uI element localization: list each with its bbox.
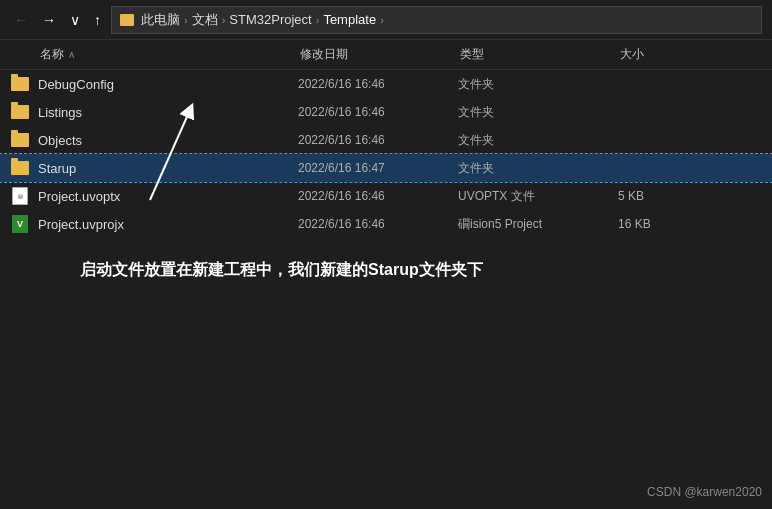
file-date: 2022/6/16 16:46: [298, 189, 458, 203]
file-date: 2022/6/16 16:46: [298, 77, 458, 91]
file-name: Objects: [38, 133, 298, 148]
watermark: CSDN @karwen2020: [647, 485, 762, 499]
title-bar: ← → ∨ ↑ 此电脑 › 文档 › STM32Project › Templa…: [0, 0, 772, 40]
file-size: 16 KB: [618, 217, 698, 231]
breadcrumb-doc[interactable]: 文档: [192, 11, 218, 29]
sep2: ›: [222, 14, 226, 26]
breadcrumb[interactable]: 此电脑 › 文档 › STM32Project › Template ›: [111, 6, 762, 34]
file-type: 礀ision5 Project: [458, 216, 618, 233]
column-headers[interactable]: 名称 ∧ 修改日期 类型 大小: [0, 40, 772, 70]
breadcrumb-project[interactable]: STM32Project: [229, 12, 311, 27]
file-date: 2022/6/16 16:46: [298, 133, 458, 147]
file-name: Project.uvprojx: [38, 217, 298, 232]
table-row[interactable]: Objects2022/6/16 16:46文件夹: [0, 126, 772, 154]
dropdown-button[interactable]: ∨: [66, 10, 84, 30]
file-size: 5 KB: [618, 189, 698, 203]
folder-icon: [11, 133, 29, 147]
table-row[interactable]: Starup2022/6/16 16:47文件夹: [0, 154, 772, 182]
annotation-text: 启动文件放置在新建工程中，我们新建的Starup文件夹下: [80, 260, 483, 281]
sep4: ›: [380, 14, 384, 26]
file-date: 2022/6/16 16:47: [298, 161, 458, 175]
table-row[interactable]: Project.uvprojx2022/6/16 16:46礀ision5 Pr…: [0, 210, 772, 238]
file-name: DebugConfig: [38, 77, 298, 92]
file-type: 文件夹: [458, 132, 618, 149]
uvprojx-icon: [12, 215, 28, 233]
file-type: 文件夹: [458, 104, 618, 121]
folder-icon: [11, 77, 29, 91]
col-header-date[interactable]: 修改日期: [300, 46, 460, 63]
forward-button[interactable]: →: [38, 10, 60, 30]
file-type: 文件夹: [458, 76, 618, 93]
folder-icon: [11, 105, 29, 119]
file-date: 2022/6/16 16:46: [298, 105, 458, 119]
sep1: ›: [184, 14, 188, 26]
sep3: ›: [316, 14, 320, 26]
file-list: DebugConfig2022/6/16 16:46文件夹Listings202…: [0, 70, 772, 238]
table-row[interactable]: DebugConfig2022/6/16 16:46文件夹: [0, 70, 772, 98]
table-row[interactable]: Listings2022/6/16 16:46文件夹: [0, 98, 772, 126]
uvoptx-icon: ▤: [12, 187, 28, 205]
file-name: Listings: [38, 105, 298, 120]
breadcrumb-pc[interactable]: 此电脑: [141, 11, 180, 29]
up-button[interactable]: ↑: [90, 10, 105, 30]
file-type: 文件夹: [458, 160, 618, 177]
back-button[interactable]: ←: [10, 10, 32, 30]
col-header-name[interactable]: 名称 ∧: [40, 46, 300, 63]
col-header-size[interactable]: 大小: [620, 46, 700, 63]
breadcrumb-template[interactable]: Template: [323, 12, 376, 27]
sort-arrow-icon: ∧: [68, 49, 75, 60]
col-header-type[interactable]: 类型: [460, 46, 620, 63]
file-name: Project.uvoptx: [38, 189, 298, 204]
file-type: UVOPTX 文件: [458, 188, 618, 205]
folder-icon-small: [120, 14, 134, 26]
folder-icon: [11, 161, 29, 175]
table-row[interactable]: ▤Project.uvoptx2022/6/16 16:46UVOPTX 文件5…: [0, 182, 772, 210]
file-date: 2022/6/16 16:46: [298, 217, 458, 231]
file-name: Starup: [38, 161, 298, 176]
